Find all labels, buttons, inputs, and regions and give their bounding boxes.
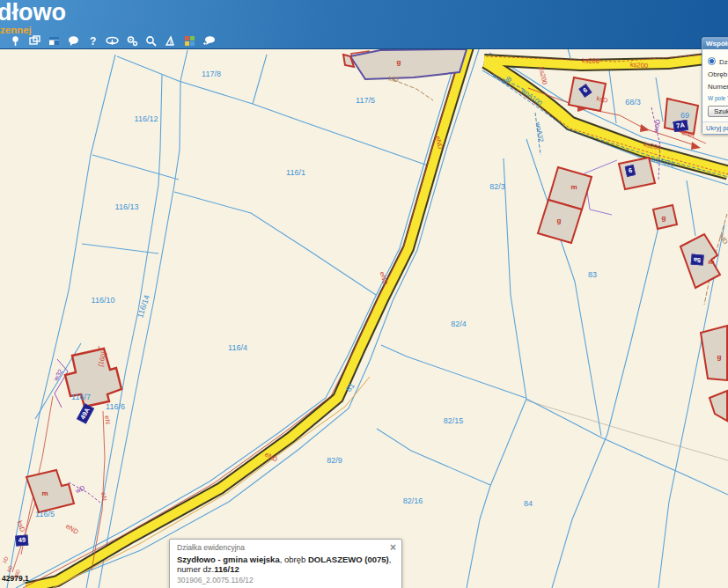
app-title: dłowo [0,0,66,26]
help-icon[interactable]: ? [86,34,99,48]
cloud-download-icon[interactable] [106,34,119,48]
map-canvas[interactable]: 117/8117/5116/12116/1116/13116/10116/141… [0,0,728,588]
app-header: dłowo zennej ? [0,0,728,49]
parcel-id: 301906_2.0075.116/12 [177,576,394,584]
pin-icon[interactable] [9,34,22,48]
map-background [0,0,728,588]
layout-icon[interactable] [48,34,61,48]
search-button[interactable]: Szuka [708,106,728,117]
popup-title: Działka ewidencyjna [177,543,394,552]
parcel-radio-label: Dzia [719,58,728,66]
application-window: 117/8117/5116/12116/1116/13116/10116/141… [0,0,728,588]
search-panel-title[interactable]: Współrz [702,38,728,49]
svg-text:?: ? [90,35,96,47]
search-panel: Współrz Dzia Obręb: Numer W pole 'T Szuk… [702,37,728,135]
parcel-description: Szydłowo - gmina wiejska, obręb DOLASZEW… [177,555,394,574]
parcel-info-popup: Działka ewidencyjna × Szydłowo - gmina w… [169,539,402,588]
windows-icon[interactable] [28,34,41,48]
measure-icon[interactable] [164,34,177,48]
chat-icon[interactable] [202,34,216,48]
toolbar: ? [9,34,216,48]
settings-icon[interactable] [125,34,138,48]
legend-icon[interactable] [183,34,196,48]
scale-readout: 42979,1 [2,574,29,583]
numer-label: Numer [708,83,728,91]
search-icon[interactable] [144,34,158,48]
obreb-label: Obręb: [708,70,728,78]
search-hint: W pole 'T [708,95,728,101]
speech-icon[interactable] [67,34,80,48]
close-icon[interactable]: × [390,541,396,554]
parcel-radio[interactable] [708,57,716,65]
hide-panel-link[interactable]: Ukryj pan [706,124,728,132]
